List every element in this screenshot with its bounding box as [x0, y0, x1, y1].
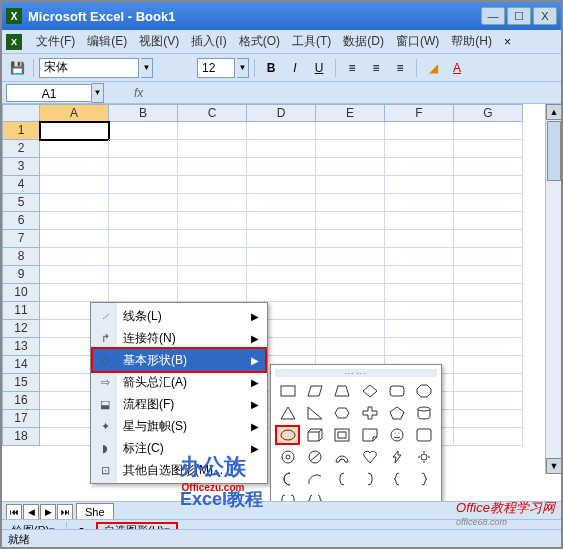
- row-header-11[interactable]: 11: [2, 302, 40, 320]
- col-header-F[interactable]: F: [385, 104, 454, 122]
- row-header-18[interactable]: 18: [2, 428, 40, 446]
- menu-more-autoshapes[interactable]: ⊡其他自选图形(M)...: [93, 459, 265, 481]
- shape-smiley[interactable]: [384, 425, 409, 445]
- doc-icon[interactable]: X: [6, 34, 22, 50]
- menu-lines[interactable]: ⟋线条(L)▶: [93, 305, 265, 327]
- menu-view[interactable]: 视图(V): [133, 30, 185, 53]
- row-header-9[interactable]: 9: [2, 266, 40, 284]
- shape-bracket-right[interactable]: [357, 469, 382, 489]
- shape-brace-right[interactable]: [412, 469, 437, 489]
- font-dropdown-icon[interactable]: ▼: [141, 58, 153, 78]
- shape-hexagon[interactable]: [330, 403, 355, 423]
- row-header-8[interactable]: 8: [2, 248, 40, 266]
- select-all-corner[interactable]: [2, 104, 40, 122]
- shape-diamond[interactable]: [357, 381, 382, 401]
- shape-rounded-rect[interactable]: [384, 381, 409, 401]
- row-header-1[interactable]: 1: [2, 122, 40, 140]
- shape-brace-left[interactable]: [384, 469, 409, 489]
- shape-folded-corner[interactable]: [357, 425, 382, 445]
- row-header-14[interactable]: 14: [2, 356, 40, 374]
- save-icon[interactable]: 💾: [6, 57, 28, 79]
- col-header-D[interactable]: D: [247, 104, 316, 122]
- name-dropdown-icon[interactable]: ▼: [92, 83, 104, 103]
- shape-oval[interactable]: [275, 425, 300, 445]
- menu-help[interactable]: 帮助(H): [445, 30, 498, 53]
- vertical-scrollbar[interactable]: ▲ ▼: [545, 104, 561, 474]
- row-header-4[interactable]: 4: [2, 176, 40, 194]
- shape-moon[interactable]: [275, 469, 300, 489]
- fill-color-icon[interactable]: ◢: [422, 57, 444, 79]
- shape-heart[interactable]: [357, 447, 382, 467]
- row-header-16[interactable]: 16: [2, 392, 40, 410]
- maximize-button[interactable]: ☐: [507, 7, 531, 25]
- shape-cube[interactable]: [302, 425, 327, 445]
- shape-arc[interactable]: [302, 469, 327, 489]
- shape-bracket-left[interactable]: [330, 469, 355, 489]
- menu-flowchart[interactable]: ⬓流程图(F)▶: [93, 393, 265, 415]
- col-header-G[interactable]: G: [454, 104, 523, 122]
- align-right-icon[interactable]: ≡: [389, 57, 411, 79]
- shape-pentagon[interactable]: [384, 403, 409, 423]
- bold-button[interactable]: B: [260, 57, 282, 79]
- close-button[interactable]: X: [533, 7, 557, 25]
- menu-tools[interactable]: 工具(T): [286, 30, 337, 53]
- scroll-thumb[interactable]: [547, 121, 561, 181]
- name-box[interactable]: A1: [6, 84, 92, 102]
- shape-octagon[interactable]: [412, 381, 437, 401]
- shape-can[interactable]: [412, 403, 437, 423]
- shape-sun[interactable]: [412, 447, 437, 467]
- menu-insert[interactable]: 插入(I): [185, 30, 232, 53]
- menu-format[interactable]: 格式(O): [233, 30, 286, 53]
- row-header-2[interactable]: 2: [2, 140, 40, 158]
- row-header-13[interactable]: 13: [2, 338, 40, 356]
- tab-nav-last[interactable]: ⏭: [57, 504, 73, 520]
- shape-cross[interactable]: [357, 403, 382, 423]
- col-header-A[interactable]: A: [40, 104, 109, 122]
- align-center-icon[interactable]: ≡: [365, 57, 387, 79]
- shape-trapezoid[interactable]: [330, 381, 355, 401]
- italic-button[interactable]: I: [284, 57, 306, 79]
- underline-button[interactable]: U: [308, 57, 330, 79]
- sheet-tab-1[interactable]: She: [76, 503, 114, 521]
- col-header-C[interactable]: C: [178, 104, 247, 122]
- menu-stars[interactable]: ✦星与旗帜(S)▶: [93, 415, 265, 437]
- menu-basic-shapes[interactable]: ◇基本形状(B)▶: [93, 349, 265, 371]
- menu-callouts[interactable]: ◗标注(C)▶: [93, 437, 265, 459]
- cell-A1[interactable]: [40, 122, 109, 140]
- menu-data[interactable]: 数据(D): [337, 30, 390, 53]
- tab-nav-first[interactable]: ⏮: [6, 504, 22, 520]
- row-header-7[interactable]: 7: [2, 230, 40, 248]
- doc-close-button[interactable]: ×: [498, 33, 517, 51]
- shape-donut[interactable]: [275, 447, 300, 467]
- shape-plaque[interactable]: [412, 425, 437, 445]
- palette-grip[interactable]: [275, 369, 437, 377]
- row-header-12[interactable]: 12: [2, 320, 40, 338]
- menu-file[interactable]: 文件(F): [30, 30, 81, 53]
- fx-label[interactable]: fx: [134, 86, 143, 100]
- font-name-box[interactable]: 宋体: [39, 58, 139, 78]
- size-dropdown-icon[interactable]: ▼: [237, 58, 249, 78]
- tab-nav-prev[interactable]: ◀: [23, 504, 39, 520]
- shape-lightning[interactable]: [384, 447, 409, 467]
- scroll-up-icon[interactable]: ▲: [546, 104, 562, 120]
- shape-no-symbol[interactable]: [302, 447, 327, 467]
- scroll-down-icon[interactable]: ▼: [546, 458, 562, 474]
- col-header-B[interactable]: B: [109, 104, 178, 122]
- shape-bevel[interactable]: [330, 425, 355, 445]
- shape-block-arc[interactable]: [330, 447, 355, 467]
- tab-nav-next[interactable]: ▶: [40, 504, 56, 520]
- row-header-17[interactable]: 17: [2, 410, 40, 428]
- row-header-6[interactable]: 6: [2, 212, 40, 230]
- font-size-box[interactable]: 12: [197, 58, 235, 78]
- shape-triangle[interactable]: [275, 403, 300, 423]
- align-left-icon[interactable]: ≡: [341, 57, 363, 79]
- row-header-10[interactable]: 10: [2, 284, 40, 302]
- shape-rectangle[interactable]: [275, 381, 300, 401]
- col-header-E[interactable]: E: [316, 104, 385, 122]
- shape-right-triangle[interactable]: [302, 403, 327, 423]
- menu-edit[interactable]: 编辑(E): [81, 30, 133, 53]
- row-header-5[interactable]: 5: [2, 194, 40, 212]
- menu-connectors[interactable]: ↱连接符(N)▶: [93, 327, 265, 349]
- shape-parallelogram[interactable]: [302, 381, 327, 401]
- menu-window[interactable]: 窗口(W): [390, 30, 445, 53]
